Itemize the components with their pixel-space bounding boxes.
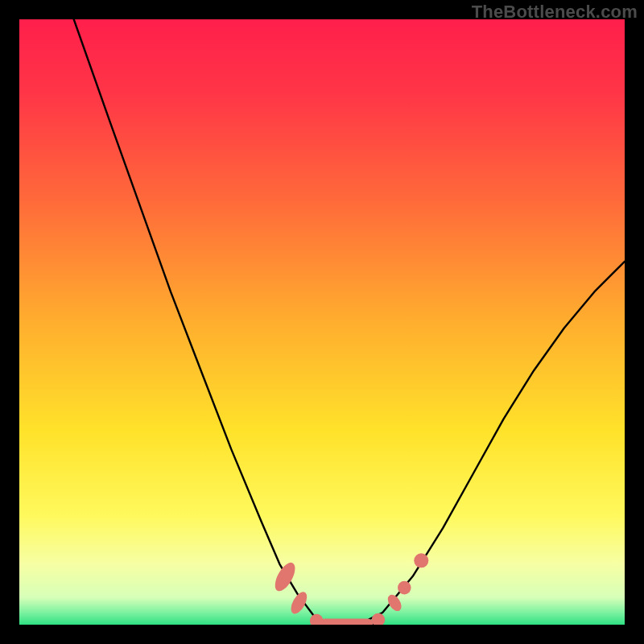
plot-area [19,19,625,625]
plot-svg [19,19,625,625]
chart-frame: TheBottleneck.com [0,0,644,644]
curve-marker [414,553,428,568]
curve-marker [398,581,411,595]
curve-marker [320,619,373,625]
gradient-background [19,19,625,625]
